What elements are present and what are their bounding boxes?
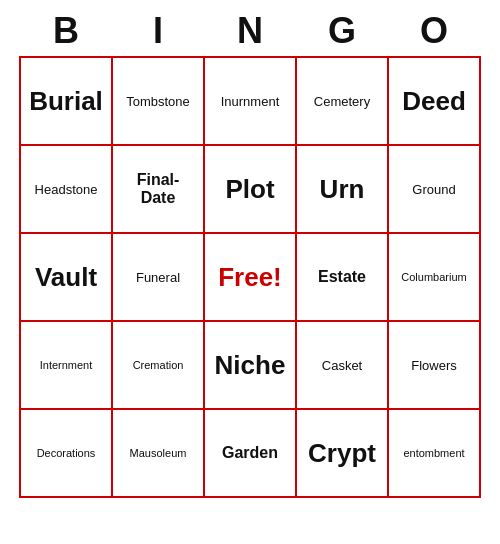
cell-r4-c4: entombment — [389, 410, 481, 498]
cell-r2-c0: Vault — [21, 234, 113, 322]
cell-r2-c1: Funeral — [113, 234, 205, 322]
cell-r1-c0: Headstone — [21, 146, 113, 234]
cell-r3-c4: Flowers — [389, 322, 481, 410]
cell-r4-c1: Mausoleum — [113, 410, 205, 498]
cell-r1-c4: Ground — [389, 146, 481, 234]
cell-r2-c3: Estate — [297, 234, 389, 322]
cell-r0-c3: Cemetery — [297, 58, 389, 146]
cell-r3-c3: Casket — [297, 322, 389, 410]
cell-r4-c3: Crypt — [297, 410, 389, 498]
cell-r1-c3: Urn — [297, 146, 389, 234]
cell-r0-c4: Deed — [389, 58, 481, 146]
cell-r2-c2: Free! — [205, 234, 297, 322]
bingo-grid: BurialTombstoneInurnmentCemeteryDeedHead… — [19, 56, 481, 498]
bingo-header: BINGO — [20, 10, 480, 52]
header-letter: I — [112, 10, 204, 52]
cell-r0-c1: Tombstone — [113, 58, 205, 146]
header-letter: G — [296, 10, 388, 52]
cell-r0-c2: Inurnment — [205, 58, 297, 146]
cell-r0-c0: Burial — [21, 58, 113, 146]
cell-r4-c2: Garden — [205, 410, 297, 498]
cell-r3-c1: Cremation — [113, 322, 205, 410]
header-letter: B — [20, 10, 112, 52]
header-letter: N — [204, 10, 296, 52]
cell-r3-c0: Internment — [21, 322, 113, 410]
cell-r3-c2: Niche — [205, 322, 297, 410]
cell-r1-c1: Final-Date — [113, 146, 205, 234]
cell-r1-c2: Plot — [205, 146, 297, 234]
header-letter: O — [388, 10, 480, 52]
cell-r4-c0: Decorations — [21, 410, 113, 498]
cell-r2-c4: Columbarium — [389, 234, 481, 322]
